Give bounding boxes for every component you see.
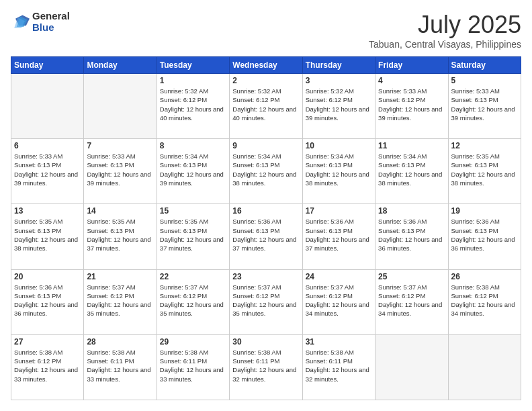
day-number: 23 <box>232 272 299 281</box>
sunrise-text: Sunrise: 5:37 AM <box>87 283 153 291</box>
sunrise-text: Sunrise: 5:35 AM <box>87 217 153 226</box>
week-row-4: 27Sunrise: 5:38 AMSunset: 6:12 PMDayligh… <box>11 334 521 400</box>
cell-3-0: 20Sunrise: 5:36 AMSunset: 6:13 PMDayligh… <box>11 269 84 334</box>
sunrise-text: Sunrise: 5:34 AM <box>160 152 226 161</box>
daylight-text: Daylight: 12 hours and <box>306 365 372 374</box>
daylight-text: Daylight: 12 hours and <box>160 235 226 244</box>
sunrise-text: Sunrise: 5:38 AM <box>14 348 81 357</box>
day-number: 21 <box>87 272 153 281</box>
cell-0-5: 4Sunrise: 5:33 AMSunset: 6:12 PMDaylight… <box>375 74 448 139</box>
sunset-text: Sunset: 6:13 PM <box>451 95 518 104</box>
sunset-text: Sunset: 6:13 PM <box>378 226 445 235</box>
cell-0-1 <box>84 74 157 139</box>
day-number: 24 <box>306 272 372 281</box>
daylight-text: Daylight: 12 hours and <box>306 235 372 244</box>
daylight-minutes: 37 minutes. <box>306 244 372 253</box>
cell-0-4: 3Sunrise: 5:32 AMSunset: 6:12 PMDaylight… <box>302 74 375 139</box>
cell-4-3: 30Sunrise: 5:38 AMSunset: 6:11 PMDayligh… <box>230 334 302 400</box>
col-wednesday: Wednesday <box>230 57 302 74</box>
cell-3-3: 23Sunrise: 5:37 AMSunset: 6:12 PMDayligh… <box>230 269 302 334</box>
daylight-minutes: 38 minutes. <box>232 179 299 187</box>
daylight-text: Daylight: 12 hours and <box>232 365 299 374</box>
daylight-text: Daylight: 12 hours and <box>306 300 372 309</box>
cell-2-4: 17Sunrise: 5:36 AMSunset: 6:13 PMDayligh… <box>302 204 375 269</box>
daylight-text: Daylight: 12 hours and <box>232 235 299 244</box>
col-monday: Monday <box>84 57 157 74</box>
daylight-minutes: 38 minutes. <box>451 179 518 187</box>
sunset-text: Sunset: 6:11 PM <box>306 357 372 365</box>
sunset-text: Sunset: 6:13 PM <box>14 226 81 235</box>
daylight-minutes: 39 minutes. <box>306 113 372 122</box>
sunrise-text: Sunrise: 5:33 AM <box>87 152 153 161</box>
sunrise-text: Sunrise: 5:38 AM <box>87 348 153 357</box>
daylight-text: Daylight: 12 hours and <box>378 105 445 113</box>
daylight-minutes: 38 minutes. <box>306 179 372 187</box>
daylight-text: Daylight: 12 hours and <box>87 300 153 309</box>
cell-1-0: 6Sunrise: 5:33 AMSunset: 6:13 PMDaylight… <box>11 139 84 204</box>
cell-2-3: 16Sunrise: 5:36 AMSunset: 6:13 PMDayligh… <box>230 204 302 269</box>
daylight-text: Daylight: 12 hours and <box>14 365 81 374</box>
cell-3-5: 25Sunrise: 5:37 AMSunset: 6:12 PMDayligh… <box>375 269 448 334</box>
daylight-minutes: 36 minutes. <box>451 244 518 253</box>
sunset-text: Sunset: 6:12 PM <box>378 291 445 300</box>
day-number: 30 <box>232 337 299 347</box>
day-number: 19 <box>451 206 518 216</box>
day-number: 1 <box>160 76 226 85</box>
sunset-text: Sunset: 6:12 PM <box>378 95 445 104</box>
sunrise-text: Sunrise: 5:34 AM <box>232 152 299 161</box>
daylight-minutes: 39 minutes. <box>378 113 445 122</box>
daylight-text: Daylight: 12 hours and <box>451 235 518 244</box>
sunset-text: Sunset: 6:13 PM <box>306 226 372 235</box>
sunset-text: Sunset: 6:13 PM <box>451 226 518 235</box>
day-number: 17 <box>306 206 372 216</box>
daylight-minutes: 38 minutes. <box>378 179 445 187</box>
daylight-minutes: 38 minutes. <box>14 244 81 253</box>
daylight-text: Daylight: 12 hours and <box>232 105 299 113</box>
cell-1-1: 7Sunrise: 5:33 AMSunset: 6:13 PMDaylight… <box>84 139 157 204</box>
sunrise-text: Sunrise: 5:38 AM <box>306 348 372 357</box>
sunset-text: Sunset: 6:11 PM <box>232 357 299 365</box>
daylight-text: Daylight: 12 hours and <box>14 300 81 309</box>
daylight-minutes: 33 minutes. <box>87 375 153 383</box>
day-number: 7 <box>87 141 153 150</box>
sunset-text: Sunset: 6:13 PM <box>14 291 81 300</box>
sunrise-text: Sunrise: 5:33 AM <box>14 152 81 161</box>
daylight-minutes: 33 minutes. <box>160 375 226 383</box>
day-number: 18 <box>378 206 445 216</box>
sunrise-text: Sunrise: 5:34 AM <box>306 152 372 161</box>
sunset-text: Sunset: 6:11 PM <box>87 357 153 365</box>
calendar-header-row: Sunday Monday Tuesday Wednesday Thursday… <box>11 57 521 74</box>
day-number: 25 <box>378 272 445 281</box>
daylight-minutes: 32 minutes. <box>232 375 299 383</box>
daylight-minutes: 37 minutes. <box>232 244 299 253</box>
daylight-minutes: 36 minutes. <box>14 309 81 318</box>
daylight-minutes: 40 minutes. <box>232 113 299 122</box>
cell-1-2: 8Sunrise: 5:34 AMSunset: 6:13 PMDaylight… <box>157 139 229 204</box>
day-number: 28 <box>87 337 153 347</box>
sunrise-text: Sunrise: 5:36 AM <box>232 217 299 226</box>
sunrise-text: Sunrise: 5:37 AM <box>160 283 226 291</box>
sunset-text: Sunset: 6:13 PM <box>87 161 153 169</box>
sunrise-text: Sunrise: 5:36 AM <box>14 283 81 291</box>
daylight-minutes: 39 minutes. <box>14 179 81 187</box>
col-saturday: Saturday <box>448 57 521 74</box>
page: General Blue July 2025 Tabuan, Central V… <box>0 0 532 411</box>
sunrise-text: Sunrise: 5:36 AM <box>306 217 372 226</box>
cell-1-6: 12Sunrise: 5:35 AMSunset: 6:13 PMDayligh… <box>448 139 521 204</box>
sunset-text: Sunset: 6:13 PM <box>87 226 153 235</box>
daylight-text: Daylight: 12 hours and <box>232 300 299 309</box>
daylight-minutes: 34 minutes. <box>451 309 518 318</box>
daylight-text: Daylight: 12 hours and <box>87 365 153 374</box>
daylight-minutes: 33 minutes. <box>14 375 81 383</box>
daylight-minutes: 40 minutes. <box>160 113 226 122</box>
day-number: 31 <box>306 337 372 347</box>
calendar-table: Sunday Monday Tuesday Wednesday Thursday… <box>11 56 521 400</box>
col-sunday: Sunday <box>11 57 84 74</box>
daylight-minutes: 34 minutes. <box>306 309 372 318</box>
day-number: 29 <box>160 337 226 347</box>
daylight-text: Daylight: 12 hours and <box>87 170 153 179</box>
sunrise-text: Sunrise: 5:37 AM <box>306 283 372 291</box>
title-block: July 2025 Tabuan, Central Visayas, Phili… <box>369 11 521 50</box>
daylight-text: Daylight: 12 hours and <box>306 105 372 113</box>
cell-1-3: 9Sunrise: 5:34 AMSunset: 6:13 PMDaylight… <box>230 139 302 204</box>
